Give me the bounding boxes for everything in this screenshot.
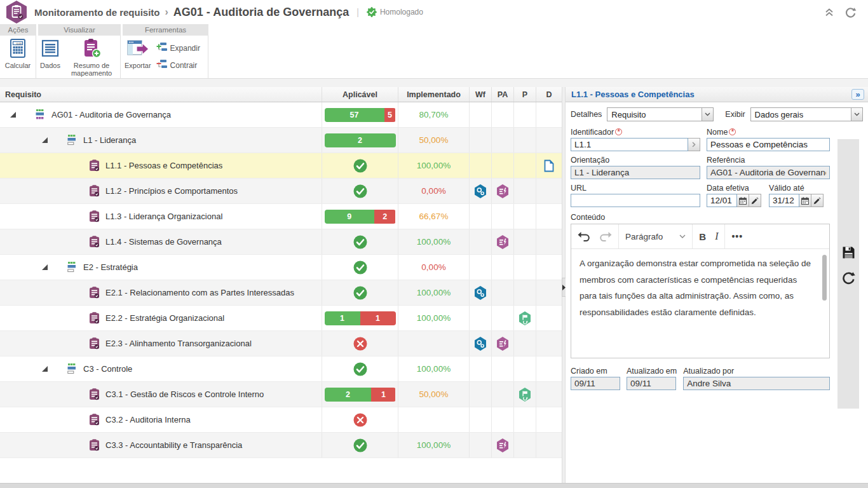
d-cell — [536, 153, 562, 178]
undo-icon[interactable] — [578, 231, 590, 242]
expanded-arrow-icon[interactable] — [42, 366, 48, 372]
table-row[interactable]: L1.1 - Pessoas e Competências 100,00% — [0, 153, 562, 179]
table-row[interactable]: E2 - Estratégia 0,00% — [0, 255, 562, 280]
italic-button[interactable]: I — [715, 231, 718, 242]
bold-button[interactable]: B — [699, 231, 706, 242]
valido-ate-input[interactable] — [769, 194, 799, 207]
identificador-input[interactable] — [571, 138, 688, 151]
column-p[interactable]: P — [513, 87, 536, 102]
table-row[interactable]: E2.2 - Estratégia Organizacional 1 1 100… — [0, 306, 562, 331]
column-requisito[interactable]: Requisito — [0, 87, 322, 102]
clear-date-icon[interactable] — [811, 194, 824, 207]
wf-cell — [469, 433, 491, 458]
wf-icon[interactable] — [474, 184, 487, 198]
requirement-label: C3.1 - Gestão de Riscos e Controle Inter… — [105, 390, 264, 399]
expanded-arrow-icon[interactable] — [42, 137, 48, 143]
wf-icon[interactable] — [474, 337, 487, 351]
table-row[interactable]: AG01 - Auditoria de Governança 57 5 80,7… — [0, 102, 562, 128]
applicable-badge: 2 1 — [325, 388, 396, 402]
cross-icon — [353, 337, 367, 351]
pa-icon[interactable] — [496, 438, 509, 452]
p-cell — [513, 331, 536, 356]
clear-date-icon[interactable] — [749, 194, 761, 207]
panel-expand-button[interactable]: » — [851, 89, 864, 100]
pa-icon[interactable] — [496, 337, 509, 351]
tab-ferramentas[interactable]: Ferramentas — [123, 24, 208, 36]
requirement-label: C3.2 - Auditoria Interna — [105, 415, 191, 424]
nome-input[interactable] — [707, 138, 830, 151]
redo-icon[interactable] — [599, 231, 612, 242]
refresh-page-icon[interactable] — [844, 6, 857, 18]
exportar-button[interactable]: Exportar — [125, 38, 151, 69]
refresh-button[interactable] — [841, 271, 855, 285]
d-cell — [536, 229, 562, 254]
collapse-ribbon-icon[interactable] — [824, 8, 834, 17]
paragraph-style-select[interactable]: Parágrafo — [625, 232, 686, 241]
exibir-select[interactable]: Dados gerais — [750, 107, 863, 121]
expandir-button[interactable]: Expandir — [156, 42, 200, 54]
table-row[interactable]: E2.3 - Alinhamento Transorganizacional — [0, 331, 562, 356]
wf-icon[interactable] — [474, 286, 487, 300]
p-cell — [513, 433, 536, 458]
content-editor: Parágrafo B I ••• A organização demonstr — [571, 224, 830, 358]
tab-acoes[interactable]: Ações — [0, 24, 36, 36]
pa-cell — [491, 204, 513, 229]
column-pa[interactable]: PA — [491, 87, 513, 102]
editor-scrollbar-thumb[interactable] — [822, 255, 827, 301]
pa-icon[interactable] — [496, 235, 509, 249]
table-row[interactable]: E2.1 - Relacionamento com as Partes Inte… — [0, 280, 562, 306]
requirement-label: L1.1 - Pessoas e Competências — [105, 161, 222, 170]
column-aplicavel[interactable]: Aplicável — [322, 87, 398, 102]
data-efetiva-input[interactable] — [707, 194, 737, 207]
contrair-button[interactable]: Contrair — [156, 59, 200, 71]
resumo-mapeamento-button[interactable]: Resumo de mapeamento — [67, 38, 116, 78]
table-row[interactable]: C3.1 - Gestão de Riscos e Controle Inter… — [0, 382, 562, 407]
calendar-icon[interactable] — [799, 194, 811, 207]
table-row[interactable]: L1 - Liderança 2 50,00% — [0, 128, 562, 153]
wf-cell — [469, 229, 491, 254]
column-d[interactable]: D — [536, 87, 562, 102]
p-icon[interactable] — [519, 388, 531, 402]
url-input[interactable] — [571, 194, 700, 207]
applicable-ok-count: 2 — [325, 133, 396, 147]
pa-cell — [491, 382, 513, 407]
requirement-label: L1 - Liderança — [83, 135, 136, 145]
top-header: Monitoramento de requisito › AG01 - Audi… — [0, 0, 868, 24]
dados-button[interactable]: Dados — [40, 38, 60, 69]
pa-icon[interactable] — [496, 184, 509, 198]
table-row[interactable]: L1.4 - Sistemas de Governança 100,00% — [0, 229, 562, 255]
calendar-icon[interactable] — [737, 194, 749, 207]
applicable-cell — [322, 433, 398, 458]
details-panel-header: L1.1 - Pessoas e Competências » — [566, 87, 868, 102]
column-wf[interactable]: Wf — [469, 87, 491, 102]
save-button[interactable] — [842, 246, 855, 259]
column-implementado[interactable]: Implementado — [398, 87, 469, 102]
table-row[interactable]: C3.3 - Accountability e Transparência 10… — [0, 433, 562, 458]
detalhes-select[interactable]: Requisito — [607, 107, 714, 121]
tab-visualizar[interactable]: Visualizar — [38, 24, 121, 36]
implemented-cell: 0,00% — [398, 179, 469, 203]
table-row[interactable]: C3 - Controle 100,00% — [0, 356, 562, 382]
svg-text:0,00: 0,00 — [17, 42, 22, 45]
pa-cell — [491, 433, 513, 458]
identificador-lookup-button[interactable] — [688, 138, 700, 151]
table-row[interactable]: L1.2 - Princípios e Comportamentos 0,00% — [0, 179, 562, 204]
horizontal-scrollbar-track[interactable] — [0, 483, 868, 488]
exportar-label: Exportar — [125, 62, 151, 70]
applicable-cell: 57 5 — [322, 102, 398, 127]
expanded-arrow-icon[interactable] — [42, 264, 48, 270]
requirement-label: E2.2 - Estratégia Organizacional — [105, 313, 224, 323]
implemented-cell: 100,00% — [398, 280, 469, 305]
table-row[interactable]: C3.2 - Auditoria Interna — [0, 407, 562, 433]
p-icon[interactable] — [519, 311, 531, 325]
more-tools-button[interactable]: ••• — [731, 231, 743, 241]
pa-cell — [491, 356, 513, 381]
editor-content[interactable]: A organização demonstra estar comprometi… — [571, 249, 829, 357]
d-icon[interactable] — [544, 159, 554, 172]
table-row[interactable]: L1.3 - Liderança Organizacional 9 2 66,6… — [0, 204, 562, 229]
breadcrumb[interactable]: Monitoramento de requisito — [34, 7, 160, 18]
wf-cell — [469, 255, 491, 280]
calcular-button[interactable]: 0,00 Calcular — [5, 38, 31, 69]
implemented-cell: 50,00% — [398, 382, 469, 407]
expanded-arrow-icon[interactable] — [10, 112, 16, 118]
